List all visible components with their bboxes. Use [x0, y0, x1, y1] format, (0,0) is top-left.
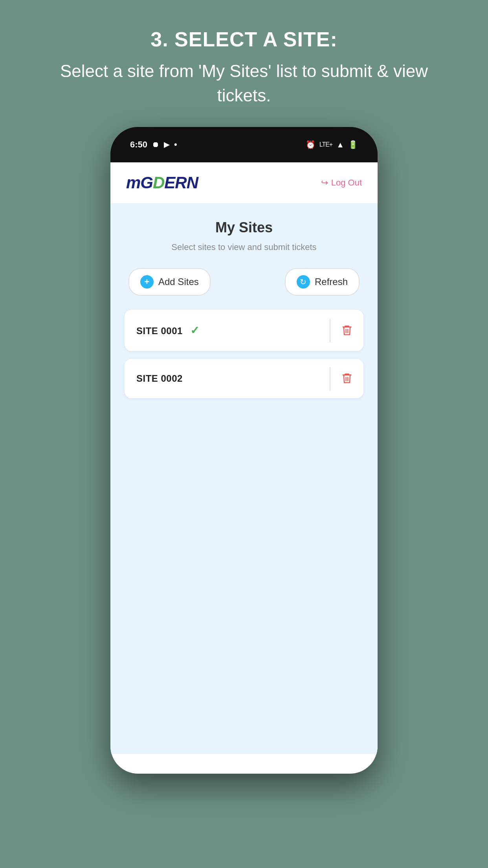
status-dot: • — [174, 140, 177, 150]
logout-arrow-icon: ↪ — [321, 178, 328, 188]
page-title: My Sites — [125, 219, 363, 236]
sites-list: SITE 0001 ✓ SITE 0002 — [125, 310, 363, 398]
action-buttons-row: + Add Sites ↻ Refresh — [125, 268, 363, 296]
app-content: mGDERN ↪ Log Out My Sites Select sites t… — [110, 162, 378, 774]
status-bar: 6:50 ⏺ ▶ • ⏰ LTE+ ▲ 🔋 — [110, 127, 378, 162]
instruction-title: 3. SELECT A SITE: — [31, 28, 457, 51]
site-0001-check-icon: ✓ — [190, 324, 200, 337]
site-item-0001[interactable]: SITE 0001 ✓ — [125, 310, 363, 351]
status-time: 6:50 — [130, 140, 147, 150]
status-left: 6:50 ⏺ ▶ • — [130, 140, 177, 150]
logout-button[interactable]: ↪ Log Out — [321, 178, 362, 188]
status-icon-media: ⏺ — [152, 141, 159, 149]
phone-mockup: 6:50 ⏺ ▶ • ⏰ LTE+ ▲ 🔋 mGDERN ↪ Log Out M… — [110, 127, 378, 774]
site-0002-delete-button[interactable] — [330, 365, 363, 392]
refresh-icon: ↻ — [297, 275, 310, 289]
add-sites-label: Add Sites — [158, 276, 199, 287]
status-battery-icon: 🔋 — [348, 140, 358, 149]
main-content: My Sites Select sites to view and submit… — [110, 204, 378, 754]
phone-notch — [193, 127, 295, 147]
trash-icon-2 — [341, 373, 352, 384]
instruction-area: 3. SELECT A SITE: Select a site from 'My… — [0, 0, 488, 127]
status-alarm-icon: ⏰ — [306, 140, 316, 149]
trash-icon — [341, 325, 352, 337]
app-logo: mGDERN — [126, 173, 198, 192]
site-0001-delete-button[interactable] — [330, 317, 363, 344]
status-network: LTE+ — [319, 141, 333, 148]
instruction-subtitle: Select a site from 'My Sites' list to su… — [31, 59, 457, 107]
site-0002-name: SITE 0002 — [125, 359, 330, 398]
site-0001-name: SITE 0001 ✓ — [125, 310, 330, 351]
page-subtitle: Select sites to view and submit tickets — [125, 242, 363, 252]
site-item-0002[interactable]: SITE 0002 — [125, 359, 363, 398]
refresh-label: Refresh — [315, 276, 348, 287]
logout-label: Log Out — [331, 178, 362, 188]
status-icon-play: ▶ — [164, 140, 169, 149]
app-header: mGDERN ↪ Log Out — [110, 162, 378, 204]
add-sites-icon: + — [140, 275, 154, 289]
add-sites-button[interactable]: + Add Sites — [128, 268, 211, 296]
refresh-button[interactable]: ↻ Refresh — [285, 268, 360, 296]
status-signal-icon: ▲ — [336, 140, 344, 149]
status-right: ⏰ LTE+ ▲ 🔋 — [306, 140, 358, 149]
